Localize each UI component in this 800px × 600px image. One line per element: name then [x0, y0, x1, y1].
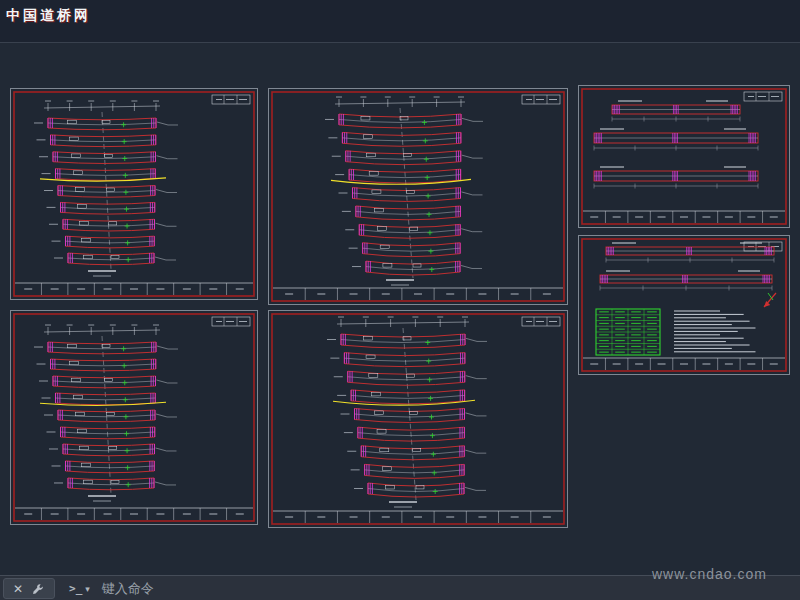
drawing-sheet-bottom-middle[interactable] — [268, 310, 568, 528]
top-bar — [0, 0, 800, 43]
sheet-graphics — [10, 310, 258, 525]
sheet-graphics — [268, 88, 568, 305]
command-bar-tools[interactable]: ✕ — [3, 578, 55, 599]
site-watermark-bottom: www.cndao.com — [652, 566, 767, 582]
sheet-graphics — [578, 85, 790, 228]
drawing-sheet-bottom-left[interactable] — [10, 310, 258, 525]
command-prompt-icon: >_ — [69, 582, 82, 595]
sheet-graphics — [10, 88, 258, 300]
model-space-canvas[interactable] — [0, 0, 800, 600]
chevron-down-icon[interactable]: ▾ — [85, 584, 90, 594]
drawing-sheet-right-middle[interactable] — [578, 235, 790, 375]
command-input[interactable]: 键入命令 — [102, 580, 154, 598]
wrench-icon[interactable] — [31, 582, 45, 596]
drawing-sheet-top-middle[interactable] — [268, 88, 568, 305]
close-icon[interactable]: ✕ — [13, 583, 23, 595]
drawing-sheet-top-right[interactable] — [578, 85, 790, 228]
sheet-graphics — [578, 235, 790, 375]
site-watermark-top: 中国道桥网 — [6, 7, 91, 25]
sheet-graphics — [268, 310, 568, 528]
drawing-sheet-top-left[interactable] — [10, 88, 258, 300]
